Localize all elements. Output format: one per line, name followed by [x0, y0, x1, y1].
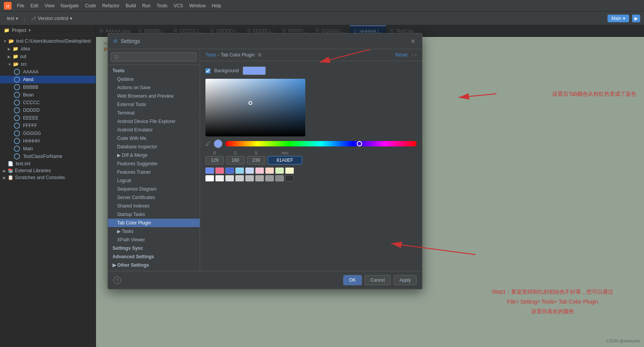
menu-vcs[interactable]: VCS [171, 2, 185, 9]
swatch-lavender[interactable] [245, 168, 254, 174]
tree-item-out[interactable]: ▶ 📁 out [0, 53, 96, 60]
tree-item-extlibs[interactable]: ▶ 📚 External Libraries [0, 167, 96, 174]
nav-item-advanced[interactable]: Advanced Settings [108, 252, 200, 261]
tree-item-testclassforname[interactable]: TestClassForName [0, 153, 96, 160]
nav-item-features-trainer[interactable]: Features Trainer [108, 168, 200, 176]
menu-edit[interactable]: Edit [28, 2, 41, 9]
menu-file[interactable]: File [15, 2, 26, 9]
nav-item-xpath[interactable]: XPath Viewer [108, 236, 200, 244]
menu-help[interactable]: Help [209, 2, 223, 9]
nav-item-android-emulator[interactable]: Android Emulator [108, 126, 200, 134]
tree-item-aaaaa[interactable]: AAAAA [0, 68, 96, 76]
swatch-gray7[interactable] [275, 175, 284, 181]
nav-prev-icon[interactable]: ‹ [412, 52, 414, 58]
swatch-mint[interactable] [275, 168, 284, 174]
r-input[interactable] [205, 156, 224, 164]
swatch-dark[interactable] [285, 175, 294, 181]
tree-item-eeeee[interactable]: EEEEE [0, 114, 96, 122]
swatch-gray2[interactable] [225, 175, 234, 181]
nav-item-sequence-diagram[interactable]: Sequence Diagram [108, 185, 200, 193]
g-input[interactable] [226, 156, 245, 164]
current-color-dot [214, 139, 222, 148]
menu-refactor[interactable]: Refactor [100, 2, 122, 9]
b-input[interactable] [247, 156, 265, 164]
nav-next-icon[interactable]: › [415, 52, 417, 58]
hue-slider[interactable] [225, 141, 417, 146]
menu-run[interactable]: Run [140, 2, 153, 9]
nav-item-settings-sync[interactable]: Settings Sync [108, 244, 200, 252]
project-selector[interactable]: test ▾ [4, 15, 21, 22]
tree-item-fffff[interactable]: FFFFF [0, 122, 96, 130]
folder-icon-test: 📂 [8, 38, 15, 44]
b-field: B [247, 151, 265, 164]
menu-window[interactable]: Window [187, 2, 208, 9]
nav-item-code-with-me[interactable]: Code With Me [108, 134, 200, 143]
swatch-white[interactable] [205, 175, 214, 181]
color-gradient-picker[interactable] [205, 79, 305, 136]
menu-tools[interactable]: Tools [154, 2, 170, 9]
tree-item-idea[interactable]: ▶ 📁 .idea [0, 45, 96, 53]
nav-item-tools[interactable]: Tools [108, 66, 200, 75]
nav-item-tasks[interactable]: ▶ Tasks ⋮ [108, 227, 200, 236]
swatch-lightblue[interactable] [235, 168, 244, 174]
menu-navigate[interactable]: Navigate [58, 2, 81, 9]
nav-item-logcat[interactable]: Logcat [108, 176, 200, 185]
swatch-indigo[interactable] [225, 168, 234, 174]
eyedropper-button[interactable]: 🖊 [205, 141, 211, 147]
tree-item-testiml[interactable]: 📄 test.iml [0, 160, 96, 167]
nav-item-shared-indexes[interactable]: Shared Indexes [108, 202, 200, 210]
run-config-button[interactable]: Main ▾ [608, 15, 629, 22]
tree-item-main[interactable]: Main [0, 145, 96, 153]
run-play-button[interactable]: ▶ [632, 15, 640, 22]
tree-item-ggggg[interactable]: GGGGG [0, 130, 96, 137]
tree-item-hhhhh[interactable]: HHHHH [0, 137, 96, 145]
nav-item-qodana[interactable]: Qodana [108, 75, 200, 83]
nav-item-diff-merge[interactable]: ▶ Diff & Merge [108, 151, 200, 159]
apply-button[interactable]: Apply [394, 275, 417, 285]
tree-item-scratches[interactable]: ▶ 📋 Scratches and Consoles [0, 174, 96, 181]
background-checkbox[interactable] [205, 68, 210, 73]
ok-button[interactable]: OK [343, 275, 361, 285]
menu-view[interactable]: View [42, 2, 57, 9]
swatch-peach[interactable] [265, 168, 274, 174]
swatch-gray4[interactable] [245, 175, 254, 181]
nav-item-web-browsers[interactable]: Web Browsers and Preview [108, 92, 200, 100]
nav-item-other[interactable]: ▶ Other Settings [108, 261, 200, 269]
hex-input[interactable] [268, 156, 302, 164]
tree-item-src[interactable]: ▼ 📂 src [0, 60, 96, 68]
dialog-close-button[interactable]: ✕ [409, 37, 417, 45]
breadcrumb-tools[interactable]: Tools [205, 52, 216, 58]
tree-item-atest[interactable]: Atest [0, 76, 96, 83]
tree-item-ccccc[interactable]: CCCCC [0, 99, 96, 106]
swatch-gray1[interactable] [215, 175, 224, 181]
reset-button[interactable]: Reset [396, 52, 407, 58]
cancel-button[interactable]: Cancel [365, 275, 391, 285]
tree-item-bean[interactable]: Bean [0, 91, 96, 99]
nav-item-server-certs[interactable]: Server Certificates [108, 193, 200, 202]
menu-build[interactable]: Build [123, 2, 138, 9]
swatch-cream[interactable] [285, 168, 294, 174]
nav-item-external-tools[interactable]: External Tools [108, 100, 200, 109]
color-swatch[interactable] [243, 66, 266, 75]
nav-item-database[interactable]: Database Inspector [108, 143, 200, 151]
nav-item-android-file[interactable]: Android Device File Explorer [108, 117, 200, 126]
swatch-blue[interactable] [205, 168, 214, 174]
swatch-gray5[interactable] [255, 175, 264, 181]
tree-item-bbbbb[interactable]: BBBBB [0, 83, 96, 91]
menu-code[interactable]: Code [83, 2, 98, 9]
settings-search-input[interactable] [111, 52, 197, 61]
swatch-rose[interactable] [255, 168, 264, 174]
nav-item-actions-on-save[interactable]: Actions on Save ⋮ [108, 83, 200, 92]
tree-item-ddddd[interactable]: DDDDD [0, 106, 96, 114]
swatch-gray3[interactable] [235, 175, 244, 181]
nav-item-features-suggester[interactable]: Features Suggester [108, 159, 200, 168]
help-button[interactable]: ? [113, 276, 121, 284]
swatch-pink[interactable] [215, 168, 224, 174]
vcs-selector[interactable]: ⎇ Version control ▾ [28, 15, 75, 22]
nav-item-terminal[interactable]: Terminal ⋮ [108, 109, 200, 117]
swatch-gray6[interactable] [265, 175, 274, 181]
tree-item-test[interactable]: ▼ 📂 test C:\Users\kuanzhou\Desktop\test [0, 37, 96, 45]
tree-label: CCCCC [23, 100, 40, 105]
nav-item-startup-tasks[interactable]: Startup Tasks [108, 210, 200, 219]
nav-item-tab-color[interactable]: Tab Color Plugin ⋮ [108, 219, 200, 227]
